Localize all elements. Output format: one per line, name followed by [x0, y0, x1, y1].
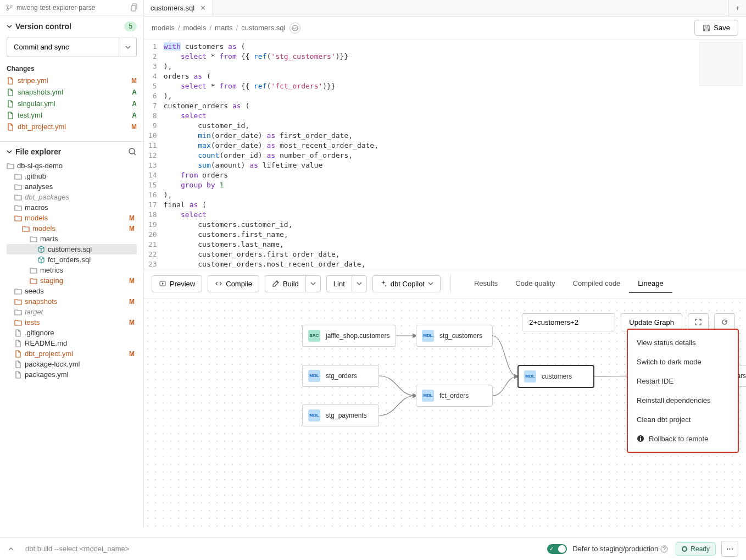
- tree-file[interactable]: package-lock.yml: [7, 359, 137, 369]
- tree-item-label: marts: [40, 235, 137, 243]
- tree-file[interactable]: README.md: [7, 338, 137, 348]
- tree-item-status: M: [126, 298, 135, 306]
- commit-dropdown-button[interactable]: [119, 37, 137, 57]
- ready-status-badge[interactable]: Ready: [676, 542, 716, 556]
- tree-folder[interactable]: metrics: [7, 265, 137, 275]
- compile-button[interactable]: Compile: [208, 275, 259, 292]
- preview-button[interactable]: Preview: [152, 275, 202, 292]
- model-badge-icon[interactable]: [290, 23, 300, 34]
- change-item[interactable]: snapshots.ymlA: [7, 86, 137, 98]
- folder-icon: [14, 173, 22, 180]
- build-button[interactable]: Build: [265, 275, 305, 292]
- result-tab-lineage[interactable]: Lineage: [629, 275, 672, 293]
- node-badge-icon: MDL: [308, 370, 320, 382]
- result-tab-results[interactable]: Results: [465, 275, 506, 293]
- tree-file[interactable]: customers.sql: [7, 244, 137, 254]
- tree-folder[interactable]: stagingM: [7, 275, 137, 286]
- commit-and-sync-button[interactable]: Commit and sync: [7, 37, 119, 57]
- tree-folder[interactable]: marts: [7, 234, 137, 244]
- tree-folder[interactable]: modelsM: [7, 213, 137, 223]
- lineage-node-n5[interactable]: MDLfct_orders: [416, 385, 493, 407]
- tree-folder[interactable]: testsM: [7, 317, 137, 328]
- chevron-down-icon: [7, 24, 12, 29]
- tree-item-label: tests: [25, 318, 126, 326]
- tree-folder[interactable]: .github: [7, 171, 137, 181]
- result-tab-compiled-code[interactable]: Compiled code: [564, 275, 630, 293]
- file-icon: [14, 350, 22, 358]
- bottom-bar: dbt build --select <model_name> ✓ Defer …: [0, 537, 746, 560]
- result-tab-code-quality[interactable]: Code quality: [506, 275, 564, 293]
- new-tab-button[interactable]: +: [728, 0, 746, 16]
- file-explorer-header[interactable]: File explorer: [7, 147, 137, 156]
- ctx-item-switch-to-dark-mode[interactable]: Switch to dark mode: [628, 352, 738, 372]
- change-item[interactable]: dbt_project.ymlM: [7, 121, 137, 132]
- ctx-item-restart-ide[interactable]: Restart IDE: [628, 372, 738, 391]
- change-item[interactable]: stripe.ymlM: [7, 75, 137, 86]
- sidebar-header: mwong-test-explorer-parse: [0, 0, 143, 16]
- dbt-copilot-button[interactable]: dbt Copilot: [372, 275, 441, 292]
- tree-folder[interactable]: target: [7, 307, 137, 317]
- lineage-node-n4[interactable]: MDLstg_payments: [302, 404, 379, 426]
- breadcrumb-segment[interactable]: marts: [215, 24, 233, 32]
- change-status: M: [128, 123, 137, 131]
- tree-folder[interactable]: db-sl-qs-demo: [7, 160, 137, 171]
- tree-file[interactable]: .gitignore: [7, 328, 137, 338]
- ctx-item-reinstall-dependencies[interactable]: Reinstall dependencies: [628, 391, 738, 410]
- version-control-header[interactable]: Version control 5: [7, 21, 137, 31]
- file-icon: [14, 340, 22, 347]
- terminal-toggle-icon[interactable]: [8, 546, 14, 552]
- breadcrumb-segment[interactable]: models: [183, 24, 207, 32]
- lineage-node-n1[interactable]: SRCjaffle_shop.customers: [302, 325, 396, 347]
- change-item[interactable]: singular.ymlA: [7, 98, 137, 109]
- status-dot-icon: [682, 546, 687, 552]
- tree-file[interactable]: dbt_project.ymlM: [7, 348, 137, 359]
- build-dropdown-button[interactable]: [305, 275, 321, 292]
- save-button[interactable]: Save: [694, 20, 738, 36]
- lineage-node-n3[interactable]: MDLstg_orders: [302, 365, 379, 387]
- breadcrumb-row: models/models/marts/customers.sql Save: [144, 16, 746, 40]
- tree-folder[interactable]: macros: [7, 202, 137, 213]
- tree-item-label: .github: [25, 172, 137, 180]
- cli-command-text[interactable]: dbt build --select <model_name>: [25, 545, 547, 553]
- folder-icon: [14, 183, 22, 191]
- defer-label: Defer to staging/production: [572, 545, 658, 553]
- tree-file[interactable]: packages.yml: [7, 369, 137, 380]
- tab-customers-sql[interactable]: customers.sql ✕: [144, 0, 213, 16]
- change-item[interactable]: test.ymlA: [7, 109, 137, 121]
- lineage-node-n2[interactable]: MDLstg_customers: [416, 325, 493, 347]
- file-icon: [7, 100, 14, 108]
- folder-open-icon: [14, 214, 22, 222]
- lint-button[interactable]: Lint: [326, 275, 352, 292]
- help-icon[interactable]: [660, 545, 668, 553]
- more-options-button[interactable]: ⋯: [721, 541, 738, 557]
- defer-toggle[interactable]: ✓: [547, 544, 567, 554]
- breadcrumb-segment[interactable]: models: [152, 24, 175, 32]
- lineage-selector-input[interactable]: [522, 313, 615, 331]
- node-label: stg_customers: [439, 332, 482, 340]
- lineage-graph[interactable]: SRCjaffle_shop.customersMDLstg_customers…: [144, 298, 746, 528]
- svg-point-9: [640, 436, 641, 437]
- lint-dropdown-button[interactable]: [352, 275, 367, 292]
- change-status: M: [128, 77, 137, 85]
- tree-item-label: packages.yml: [25, 370, 137, 379]
- breadcrumb-segment[interactable]: customers.sql: [241, 24, 285, 32]
- copy-icon[interactable]: [129, 3, 138, 12]
- version-control-title: Version control: [15, 22, 71, 31]
- code-content[interactable]: with customers as ( select * from {{ ref…: [164, 42, 482, 269]
- tree-folder[interactable]: seeds: [7, 286, 137, 296]
- tree-folder[interactable]: snapshotsM: [7, 296, 137, 307]
- minimap[interactable]: [699, 42, 743, 86]
- ctx-item-rollback-to-remote[interactable]: Rollback to remote: [628, 429, 738, 448]
- tree-folder[interactable]: analyses: [7, 181, 137, 192]
- node-badge-icon: MDL: [422, 390, 434, 402]
- tree-file[interactable]: fct_orders.sql: [7, 254, 137, 265]
- search-icon[interactable]: [128, 147, 137, 156]
- lineage-node-n6[interactable]: MDLcustomers: [517, 365, 594, 388]
- file-icon: [7, 88, 14, 96]
- ctx-item-view-status-details[interactable]: View status details: [628, 333, 738, 352]
- code-editor[interactable]: 1234567891011121314151617181920212223242…: [144, 40, 746, 269]
- ctx-item-clean-dbt-project[interactable]: Clean dbt project: [628, 410, 738, 429]
- tree-folder[interactable]: modelsM: [7, 223, 137, 234]
- tree-folder[interactable]: dbt_packages: [7, 192, 137, 202]
- tab-close-icon[interactable]: ✕: [200, 4, 206, 12]
